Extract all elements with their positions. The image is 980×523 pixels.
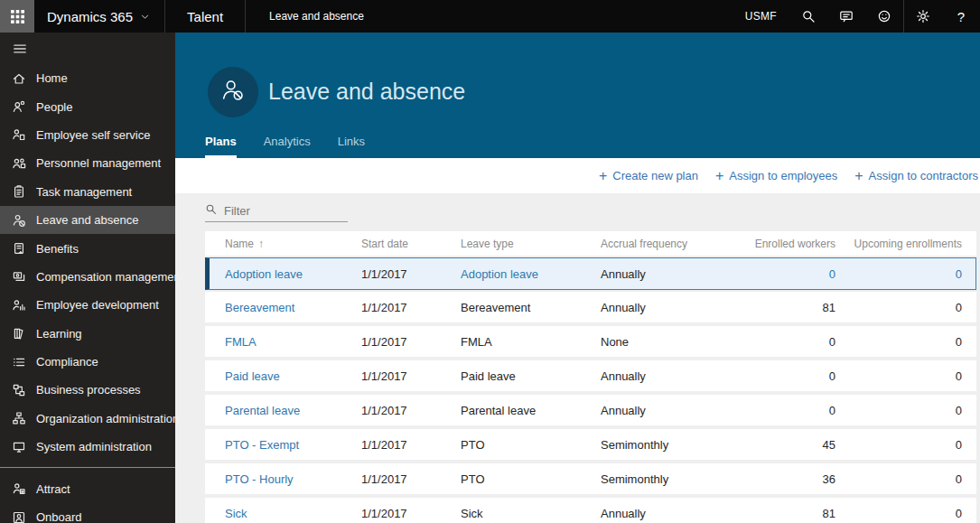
leave-type-cell: Sick <box>461 507 601 520</box>
table-row-pto-hourly[interactable]: PTO - Hourly1/1/2017PTOSemimonthly360 <box>205 463 976 494</box>
chevron-down-icon <box>140 9 150 24</box>
app-launcher-waffle-icon[interactable] <box>0 0 34 33</box>
column-label: Upcoming enrollments <box>854 238 962 250</box>
table-row-paid-leave[interactable]: Paid leave1/1/2017Paid leaveAnnually00 <box>205 360 976 391</box>
page-title: Leave and absence <box>268 79 465 105</box>
column-header-start-date[interactable]: Start date <box>361 238 461 250</box>
sidebar-item-benefits[interactable]: Benefits <box>0 234 175 262</box>
enrolled-workers-cell: 0 <box>718 335 835 349</box>
sidebar-item-label: Personnel management <box>36 156 161 170</box>
upcoming-enrollments-cell[interactable]: 0 <box>835 267 962 281</box>
filter-search-icon <box>205 202 217 219</box>
plan-name-link[interactable]: Sick <box>225 507 361 520</box>
enrolled-workers-cell: 81 <box>718 301 835 314</box>
start-date-cell: 1/1/2017 <box>361 438 461 452</box>
attract-icon <box>12 481 26 496</box>
sidebar-item-leave-and-absence[interactable]: Leave and absence <box>0 206 175 234</box>
column-header-enrolled-workers[interactable]: Enrolled workers <box>718 238 835 250</box>
leave-type-cell: PTO <box>461 472 601 486</box>
plan-name-link[interactable]: Bereavement <box>225 301 361 314</box>
sidebar-item-employee-development[interactable]: Employee development <box>0 291 175 319</box>
sidebar-item-employee-self-service[interactable]: Employee self service <box>0 121 175 149</box>
home-icon <box>12 71 26 86</box>
sidebar-item-onboard[interactable]: Onboard <box>0 503 175 523</box>
accrual-frequency-cell: Annually <box>601 404 718 417</box>
brand-label: Dynamics 365 <box>47 9 133 24</box>
start-date-cell: 1/1/2017 <box>361 335 461 349</box>
plan-name-link[interactable]: Adoption leave <box>225 267 361 281</box>
start-date-cell: 1/1/2017 <box>361 472 461 486</box>
sidebar-item-people[interactable]: People <box>0 92 175 120</box>
column-header-leave-type[interactable]: Leave type <box>461 238 601 250</box>
page-breadcrumb: Leave and absence <box>246 10 364 23</box>
page-tabs: PlansAnalyticsLinks <box>205 135 365 158</box>
start-date-cell: 1/1/2017 <box>361 267 461 281</box>
table-row-adoption-leave[interactable]: Adoption leave1/1/2017Adoption leaveAnnu… <box>205 257 976 290</box>
upcoming-enrollments-cell: 0 <box>835 404 962 417</box>
assign-to-employees-button[interactable]: +Assign to employees <box>715 169 837 183</box>
tab-links[interactable]: Links <box>338 135 365 158</box>
help-icon[interactable]: ? <box>942 0 980 33</box>
column-header-name[interactable]: Name↑ <box>225 238 361 250</box>
plan-name-link[interactable]: PTO - Exempt <box>225 438 361 452</box>
sidebar-item-compensation-management[interactable]: Compensation management <box>0 263 175 291</box>
leave-type-cell[interactable]: Adoption leave <box>461 267 601 281</box>
search-icon[interactable] <box>789 0 827 33</box>
plan-name-link[interactable]: Paid leave <box>225 369 361 383</box>
tab-plans[interactable]: Plans <box>205 135 237 158</box>
hamburger-menu-icon[interactable] <box>0 37 175 61</box>
organization-administration-icon <box>12 411 26 425</box>
sidebar-item-business-processes[interactable]: Business processes <box>0 376 175 404</box>
start-date-cell: 1/1/2017 <box>361 404 461 417</box>
sidebar-item-label: Compliance <box>36 355 98 369</box>
column-header-upcoming-enrollments[interactable]: Upcoming enrollments <box>835 238 962 250</box>
sidebar-item-learning[interactable]: Learning <box>0 320 175 348</box>
smiley-icon[interactable] <box>865 0 903 33</box>
upcoming-enrollments-cell: 0 <box>835 369 962 383</box>
company-selector[interactable]: USMF <box>745 10 777 23</box>
dynamics-365-menu[interactable]: Dynamics 365 <box>34 0 164 33</box>
accrual-frequency-cell: None <box>601 335 718 349</box>
action-label: Assign to employees <box>729 169 837 182</box>
plan-name-link[interactable]: Parental leave <box>225 404 361 417</box>
upcoming-enrollments-cell: 0 <box>835 335 962 349</box>
plan-name-link[interactable]: PTO - Hourly <box>225 472 361 486</box>
enrolled-workers-cell: 81 <box>718 507 835 520</box>
plus-icon: + <box>599 169 607 183</box>
leave-absence-icon <box>12 213 26 228</box>
filter-input[interactable] <box>224 204 334 218</box>
sidebar-item-home[interactable]: Home <box>0 64 175 92</box>
tab-analytics[interactable]: Analytics <box>264 135 311 158</box>
sidebar-item-label: Attract <box>36 482 70 496</box>
enrolled-workers-cell[interactable]: 0 <box>718 267 835 281</box>
table-row-pto-exempt[interactable]: PTO - Exempt1/1/2017PTOSemimonthly450 <box>205 429 976 460</box>
table-row-sick[interactable]: Sick1/1/2017SickAnnually810 <box>205 498 976 523</box>
app-name[interactable]: Talent <box>165 9 245 24</box>
plan-name-link[interactable]: FMLA <box>225 335 361 349</box>
plus-icon: + <box>854 169 863 183</box>
sidebar-item-label: Learning <box>36 327 82 341</box>
assign-to-contractors-button[interactable]: +Assign to contractors <box>854 169 978 183</box>
column-header-accrual-frequency[interactable]: Accrual frequency <box>601 238 718 250</box>
accrual-frequency-cell: Annually <box>601 301 718 314</box>
create-new-plan-button[interactable]: +Create new plan <box>599 169 698 183</box>
table-body: Adoption leave1/1/2017Adoption leaveAnnu… <box>205 257 976 523</box>
topbar-right-icons: USMF ? <box>745 0 980 33</box>
sidebar-item-system-administration[interactable]: System administration <box>0 433 175 461</box>
sidebar-item-personnel-management[interactable]: Personnel management <box>0 149 175 177</box>
feedback-icon[interactable] <box>827 0 865 33</box>
sidebar-item-label: Onboard <box>36 510 82 523</box>
sidebar-item-organization-administration[interactable]: Organization administration <box>0 405 175 433</box>
table-row-bereavement[interactable]: Bereavement1/1/2017BereavementAnnually81… <box>205 292 976 322</box>
sidebar-item-attract[interactable]: Attract <box>0 474 175 502</box>
table-row-fmla[interactable]: FMLA1/1/2017FMLANone00 <box>205 326 976 357</box>
settings-gear-icon[interactable] <box>904 0 942 33</box>
sidebar-item-compliance[interactable]: Compliance <box>0 348 175 376</box>
compensation-icon <box>12 269 26 284</box>
column-label: Start date <box>361 238 408 250</box>
accrual-frequency-cell: Annually <box>601 369 718 383</box>
table-row-parental-leave[interactable]: Parental leave1/1/2017Parental leaveAnnu… <box>205 395 976 425</box>
enrolled-workers-cell: 0 <box>718 404 835 417</box>
accrual-frequency-cell: Semimonthly <box>601 472 718 486</box>
sidebar-item-task-management[interactable]: Task management <box>0 178 175 206</box>
